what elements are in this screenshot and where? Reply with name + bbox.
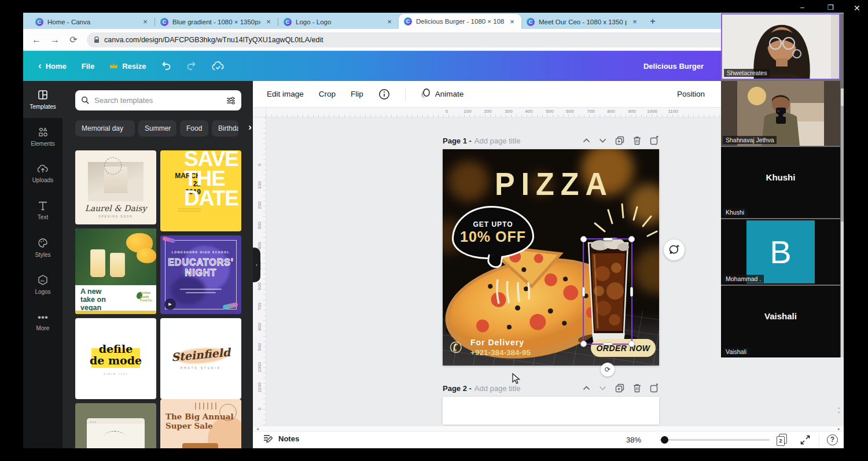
new-tab-button[interactable]: + bbox=[650, 16, 656, 27]
animate-button[interactable]: Animate bbox=[421, 88, 464, 99]
scroll-down-icon[interactable]: ⌄⌄ bbox=[837, 405, 841, 413]
undo-button[interactable] bbox=[161, 61, 171, 71]
zoom-slider-knob[interactable] bbox=[661, 436, 668, 444]
search-box[interactable] bbox=[75, 90, 241, 110]
delivery-info[interactable]: For Delivery +921-384-384-95 bbox=[470, 338, 531, 357]
home-button[interactable]: ‹ Home bbox=[38, 60, 67, 72]
filter-chip-birthday[interactable]: Birthday bbox=[212, 120, 238, 137]
rotate-handle[interactable]: ⟳ bbox=[601, 363, 615, 377]
selection-handle-se[interactable] bbox=[628, 341, 635, 347]
duplicate-page-icon[interactable] bbox=[615, 136, 624, 145]
tab-close-icon[interactable]: × bbox=[508, 17, 516, 26]
participant-tile-khushi[interactable]: Khushi Khushi bbox=[721, 147, 840, 218]
page-title-placeholder[interactable]: Add page title bbox=[475, 384, 521, 393]
template-laurel-daisy[interactable]: Laurel & Daisy OPENING SOON bbox=[75, 150, 156, 224]
filter-chip-memorial-day[interactable]: Memorial day bbox=[75, 120, 135, 137]
position-button[interactable]: Position bbox=[677, 90, 705, 98]
collapse-panel-tab[interactable]: ‹ bbox=[253, 248, 260, 282]
close-window-icon[interactable]: ✕ bbox=[854, 3, 860, 13]
design-page-2[interactable] bbox=[443, 397, 659, 425]
move-page-down-icon[interactable] bbox=[599, 386, 606, 390]
tab-logo[interactable]: C Logo - Logo × bbox=[278, 14, 399, 29]
tab-close-icon[interactable]: × bbox=[631, 17, 639, 26]
selection-box[interactable] bbox=[583, 238, 632, 345]
selection-handle-nw[interactable] bbox=[580, 236, 587, 242]
sidebar-item-elements[interactable]: Elements bbox=[23, 118, 62, 155]
filter-chip-food[interactable]: Food bbox=[180, 120, 208, 137]
participant-tile-mohammad[interactable]: B Mohammad . bbox=[721, 219, 840, 285]
template-save-the-date[interactable]: MARCH222019 SAVETHEDATE bbox=[160, 150, 241, 231]
move-page-down-icon[interactable] bbox=[599, 138, 606, 143]
tab-close-icon[interactable]: × bbox=[264, 17, 273, 26]
template-steinfield[interactable]: Steinfield PHOTO STUDIO bbox=[160, 318, 241, 399]
notes-button[interactable]: Notes bbox=[263, 434, 299, 443]
tab-close-icon[interactable]: × bbox=[385, 17, 393, 26]
page-title-placeholder[interactable]: Add page title bbox=[475, 137, 521, 145]
flip-button[interactable]: Flip bbox=[351, 90, 363, 98]
sidebar-item-more[interactable]: ••• More bbox=[23, 303, 62, 340]
filmstrip-scrollbar[interactable] bbox=[841, 88, 844, 357]
comment-plus-icon bbox=[669, 245, 679, 255]
template-workplace[interactable]: ●●● Workplace bbox=[75, 403, 156, 448]
rail-label: Text bbox=[38, 214, 48, 220]
zoom-slider[interactable] bbox=[660, 439, 770, 441]
template-educators-night[interactable]: LONGSHORE HIGH SCHOOL EDUCATORS' NIGHT ▶ bbox=[160, 235, 241, 314]
sidebar-item-templates[interactable]: Templates bbox=[23, 81, 62, 118]
selection-handle-w[interactable] bbox=[582, 287, 585, 297]
sidebar-item-text[interactable]: Text bbox=[23, 192, 62, 229]
tab-close-icon[interactable]: × bbox=[141, 17, 149, 26]
fullscreen-icon[interactable] bbox=[800, 435, 810, 445]
template-defile-de-mode[interactable]: defile de mode SINCE 1995 bbox=[75, 318, 156, 399]
scrollbar-thumb[interactable] bbox=[841, 106, 844, 222]
sidebar-item-logos[interactable]: co. Logos bbox=[23, 266, 62, 303]
selection-handle-n[interactable] bbox=[603, 238, 613, 241]
selection-handle-e[interactable] bbox=[630, 287, 633, 297]
resize-button[interactable]: Resize bbox=[109, 62, 146, 71]
filter-chip-summer[interactable]: Summer bbox=[138, 120, 176, 137]
move-page-up-icon[interactable] bbox=[583, 138, 590, 143]
info-icon[interactable] bbox=[378, 88, 390, 100]
help-button[interactable]: ? bbox=[827, 434, 838, 445]
design-page-1[interactable]: PIZZA bbox=[443, 149, 659, 366]
browser-mockup: ●●● Workplace bbox=[87, 418, 145, 448]
sidebar-item-uploads[interactable]: Uploads bbox=[23, 155, 62, 192]
crop-button[interactable]: Crop bbox=[319, 90, 336, 98]
horizontal-scrollbar[interactable]: ◂ ▸ bbox=[253, 426, 844, 431]
selection-handle-ne[interactable] bbox=[628, 236, 635, 242]
template-vegan[interactable]: A newtake onvegan ViridianHealthFood Co. bbox=[75, 228, 156, 314]
participant-tile-shwetacreates[interactable]: Shwetacreates bbox=[721, 13, 840, 80]
delete-page-icon[interactable] bbox=[633, 383, 641, 393]
template-super-sale[interactable]: The Big AnnualSuper Sale bbox=[160, 399, 241, 448]
tab-delicious-burger-active[interactable]: C Delicious Burger - 1080 × 1080p × bbox=[399, 14, 521, 29]
duplicate-page-icon[interactable] bbox=[615, 383, 624, 393]
add-page-icon[interactable] bbox=[650, 383, 659, 393]
redo-button[interactable] bbox=[186, 61, 197, 71]
template-title: EDUCATORS' bbox=[160, 257, 241, 268]
reload-icon[interactable]: ⟳ bbox=[68, 34, 79, 45]
participant-tile-vaishali[interactable]: Vaishali Vaishali bbox=[721, 286, 840, 357]
move-page-up-icon[interactable] bbox=[583, 386, 590, 390]
minimize-icon[interactable]: – bbox=[800, 3, 804, 12]
lock-icon bbox=[94, 36, 100, 43]
file-menu[interactable]: File bbox=[82, 62, 94, 71]
participant-tile-shahnavaj[interactable]: Shahnavaj Jethva bbox=[721, 81, 840, 146]
delete-page-icon[interactable] bbox=[633, 136, 641, 145]
selection-handle-s[interactable] bbox=[603, 342, 613, 345]
selection-handle-sw[interactable] bbox=[580, 341, 587, 347]
edit-image-button[interactable]: Edit image bbox=[267, 90, 304, 98]
add-comment-button[interactable] bbox=[664, 239, 685, 260]
add-page-icon[interactable] bbox=[650, 136, 659, 145]
mouse-cursor bbox=[512, 373, 521, 385]
search-input[interactable] bbox=[94, 96, 222, 105]
page-count-indicator[interactable]: 2 bbox=[777, 434, 789, 446]
tab-meet-our-ceo[interactable]: C Meet Our Ceo - 1080 x 1350 px × bbox=[521, 14, 644, 29]
tab-home-canva[interactable]: C Home - Canva × bbox=[30, 14, 155, 29]
restore-icon[interactable]: ❐ bbox=[827, 3, 834, 12]
sidebar-item-styles[interactable]: Styles bbox=[23, 229, 62, 266]
chips-scroll-right-icon[interactable]: › bbox=[248, 121, 252, 133]
filter-icon[interactable] bbox=[226, 97, 236, 105]
tab-blue-gradient[interactable]: C Blue gradient - 1080 × 1350px × bbox=[155, 14, 278, 29]
forward-icon[interactable]: → bbox=[50, 35, 60, 45]
back-icon[interactable]: ← bbox=[31, 35, 42, 45]
design-title[interactable]: Delicious Burger bbox=[643, 62, 704, 71]
